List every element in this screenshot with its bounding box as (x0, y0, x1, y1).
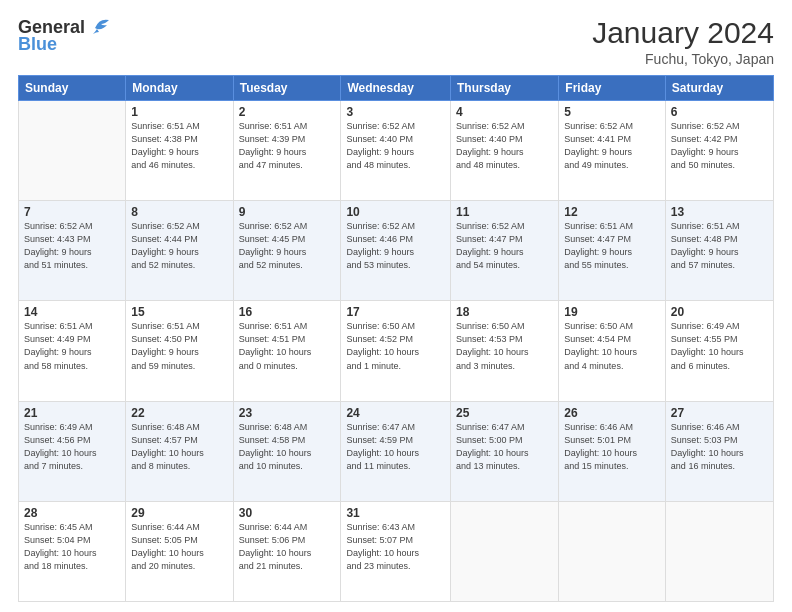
calendar-cell: 20Sunrise: 6:49 AM Sunset: 4:55 PM Dayli… (665, 301, 773, 401)
calendar-cell: 7Sunrise: 6:52 AM Sunset: 4:43 PM Daylig… (19, 201, 126, 301)
calendar-cell: 23Sunrise: 6:48 AM Sunset: 4:58 PM Dayli… (233, 401, 341, 501)
day-number: 3 (346, 105, 445, 119)
month-title: January 2024 (592, 16, 774, 49)
day-number: 31 (346, 506, 445, 520)
day-info: Sunrise: 6:51 AM Sunset: 4:39 PM Dayligh… (239, 120, 336, 172)
logo-text: General Blue (18, 16, 113, 55)
day-number: 20 (671, 305, 768, 319)
weekday-header-wednesday: Wednesday (341, 76, 451, 101)
day-info: Sunrise: 6:52 AM Sunset: 4:41 PM Dayligh… (564, 120, 660, 172)
weekday-header-saturday: Saturday (665, 76, 773, 101)
day-info: Sunrise: 6:46 AM Sunset: 5:03 PM Dayligh… (671, 421, 768, 473)
day-number: 24 (346, 406, 445, 420)
day-info: Sunrise: 6:47 AM Sunset: 4:59 PM Dayligh… (346, 421, 445, 473)
day-number: 18 (456, 305, 553, 319)
day-info: Sunrise: 6:45 AM Sunset: 5:04 PM Dayligh… (24, 521, 120, 573)
day-number: 27 (671, 406, 768, 420)
day-info: Sunrise: 6:48 AM Sunset: 4:58 PM Dayligh… (239, 421, 336, 473)
calendar-cell: 29Sunrise: 6:44 AM Sunset: 5:05 PM Dayli… (126, 501, 233, 601)
calendar-week-row: 1Sunrise: 6:51 AM Sunset: 4:38 PM Daylig… (19, 101, 774, 201)
day-info: Sunrise: 6:47 AM Sunset: 5:00 PM Dayligh… (456, 421, 553, 473)
day-info: Sunrise: 6:50 AM Sunset: 4:54 PM Dayligh… (564, 320, 660, 372)
calendar-cell: 13Sunrise: 6:51 AM Sunset: 4:48 PM Dayli… (665, 201, 773, 301)
day-info: Sunrise: 6:52 AM Sunset: 4:47 PM Dayligh… (456, 220, 553, 272)
calendar-cell (19, 101, 126, 201)
day-info: Sunrise: 6:52 AM Sunset: 4:42 PM Dayligh… (671, 120, 768, 172)
calendar-cell: 12Sunrise: 6:51 AM Sunset: 4:47 PM Dayli… (559, 201, 666, 301)
weekday-header-tuesday: Tuesday (233, 76, 341, 101)
day-number: 2 (239, 105, 336, 119)
day-number: 21 (24, 406, 120, 420)
calendar-cell: 17Sunrise: 6:50 AM Sunset: 4:52 PM Dayli… (341, 301, 451, 401)
calendar-cell: 3Sunrise: 6:52 AM Sunset: 4:40 PM Daylig… (341, 101, 451, 201)
day-number: 4 (456, 105, 553, 119)
weekday-header-row: SundayMondayTuesdayWednesdayThursdayFrid… (19, 76, 774, 101)
calendar-cell: 27Sunrise: 6:46 AM Sunset: 5:03 PM Dayli… (665, 401, 773, 501)
calendar-cell (559, 501, 666, 601)
day-number: 14 (24, 305, 120, 319)
calendar-week-row: 14Sunrise: 6:51 AM Sunset: 4:49 PM Dayli… (19, 301, 774, 401)
weekday-header-friday: Friday (559, 76, 666, 101)
calendar-cell: 5Sunrise: 6:52 AM Sunset: 4:41 PM Daylig… (559, 101, 666, 201)
day-number: 8 (131, 205, 227, 219)
page: General Blue January 2024 Fuchu, Tokyo, … (0, 0, 792, 612)
day-number: 23 (239, 406, 336, 420)
calendar-cell: 8Sunrise: 6:52 AM Sunset: 4:44 PM Daylig… (126, 201, 233, 301)
calendar-cell: 16Sunrise: 6:51 AM Sunset: 4:51 PM Dayli… (233, 301, 341, 401)
day-info: Sunrise: 6:52 AM Sunset: 4:40 PM Dayligh… (456, 120, 553, 172)
day-info: Sunrise: 6:51 AM Sunset: 4:50 PM Dayligh… (131, 320, 227, 372)
day-info: Sunrise: 6:44 AM Sunset: 5:05 PM Dayligh… (131, 521, 227, 573)
calendar-cell: 18Sunrise: 6:50 AM Sunset: 4:53 PM Dayli… (451, 301, 559, 401)
day-info: Sunrise: 6:51 AM Sunset: 4:47 PM Dayligh… (564, 220, 660, 272)
day-number: 11 (456, 205, 553, 219)
weekday-header-monday: Monday (126, 76, 233, 101)
day-info: Sunrise: 6:50 AM Sunset: 4:53 PM Dayligh… (456, 320, 553, 372)
calendar-cell: 26Sunrise: 6:46 AM Sunset: 5:01 PM Dayli… (559, 401, 666, 501)
day-info: Sunrise: 6:52 AM Sunset: 4:43 PM Dayligh… (24, 220, 120, 272)
calendar-cell: 2Sunrise: 6:51 AM Sunset: 4:39 PM Daylig… (233, 101, 341, 201)
calendar-week-row: 28Sunrise: 6:45 AM Sunset: 5:04 PM Dayli… (19, 501, 774, 601)
day-info: Sunrise: 6:51 AM Sunset: 4:49 PM Dayligh… (24, 320, 120, 372)
calendar-cell (665, 501, 773, 601)
calendar: SundayMondayTuesdayWednesdayThursdayFrid… (18, 75, 774, 602)
header: General Blue January 2024 Fuchu, Tokyo, … (18, 16, 774, 67)
day-number: 30 (239, 506, 336, 520)
calendar-cell: 25Sunrise: 6:47 AM Sunset: 5:00 PM Dayli… (451, 401, 559, 501)
day-info: Sunrise: 6:43 AM Sunset: 5:07 PM Dayligh… (346, 521, 445, 573)
calendar-cell: 19Sunrise: 6:50 AM Sunset: 4:54 PM Dayli… (559, 301, 666, 401)
day-number: 5 (564, 105, 660, 119)
day-number: 28 (24, 506, 120, 520)
day-info: Sunrise: 6:49 AM Sunset: 4:55 PM Dayligh… (671, 320, 768, 372)
day-number: 12 (564, 205, 660, 219)
day-number: 26 (564, 406, 660, 420)
day-info: Sunrise: 6:52 AM Sunset: 4:44 PM Dayligh… (131, 220, 227, 272)
calendar-cell: 28Sunrise: 6:45 AM Sunset: 5:04 PM Dayli… (19, 501, 126, 601)
calendar-cell: 24Sunrise: 6:47 AM Sunset: 4:59 PM Dayli… (341, 401, 451, 501)
day-number: 1 (131, 105, 227, 119)
day-number: 13 (671, 205, 768, 219)
day-number: 22 (131, 406, 227, 420)
calendar-cell: 14Sunrise: 6:51 AM Sunset: 4:49 PM Dayli… (19, 301, 126, 401)
day-number: 17 (346, 305, 445, 319)
day-number: 16 (239, 305, 336, 319)
day-info: Sunrise: 6:51 AM Sunset: 4:48 PM Dayligh… (671, 220, 768, 272)
calendar-cell (451, 501, 559, 601)
day-info: Sunrise: 6:52 AM Sunset: 4:45 PM Dayligh… (239, 220, 336, 272)
calendar-week-row: 21Sunrise: 6:49 AM Sunset: 4:56 PM Dayli… (19, 401, 774, 501)
logo: General Blue (18, 16, 113, 55)
calendar-cell: 1Sunrise: 6:51 AM Sunset: 4:38 PM Daylig… (126, 101, 233, 201)
day-info: Sunrise: 6:51 AM Sunset: 4:51 PM Dayligh… (239, 320, 336, 372)
title-block: January 2024 Fuchu, Tokyo, Japan (592, 16, 774, 67)
weekday-header-thursday: Thursday (451, 76, 559, 101)
day-info: Sunrise: 6:48 AM Sunset: 4:57 PM Dayligh… (131, 421, 227, 473)
day-info: Sunrise: 6:52 AM Sunset: 4:40 PM Dayligh… (346, 120, 445, 172)
logo-bird-icon (87, 16, 113, 38)
weekday-header-sunday: Sunday (19, 76, 126, 101)
day-number: 9 (239, 205, 336, 219)
day-info: Sunrise: 6:51 AM Sunset: 4:38 PM Dayligh… (131, 120, 227, 172)
day-number: 10 (346, 205, 445, 219)
day-number: 29 (131, 506, 227, 520)
location: Fuchu, Tokyo, Japan (592, 51, 774, 67)
calendar-cell: 22Sunrise: 6:48 AM Sunset: 4:57 PM Dayli… (126, 401, 233, 501)
calendar-cell: 6Sunrise: 6:52 AM Sunset: 4:42 PM Daylig… (665, 101, 773, 201)
